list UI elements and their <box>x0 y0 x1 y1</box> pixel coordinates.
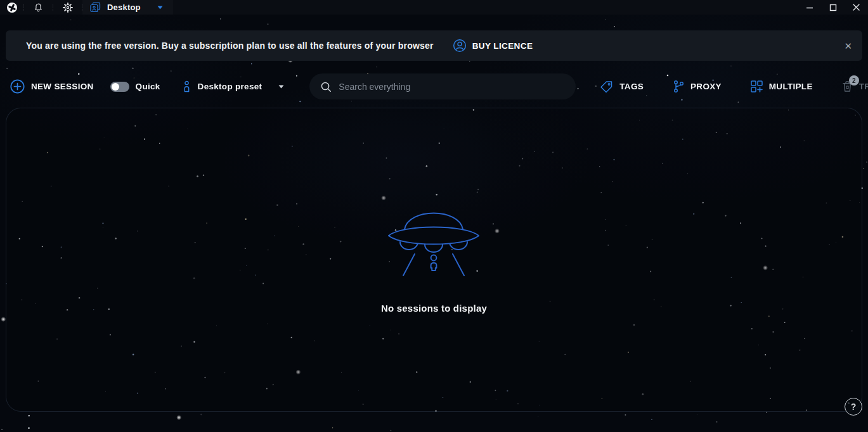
multiple-button[interactable]: MULTIPLE <box>751 80 813 92</box>
tab-label: Desktop <box>107 3 141 12</box>
app-logo <box>0 0 23 15</box>
ufo-illustration <box>386 197 481 276</box>
preset-selector[interactable]: Desktop preset <box>182 80 285 92</box>
toggle-switch[interactable] <box>110 82 129 92</box>
person-icon <box>182 80 191 92</box>
search-icon <box>320 81 332 92</box>
session-toolbar: NEW SESSION Quick Desktop preset <box>0 61 868 108</box>
buy-licence-label: BUY LICENCE <box>472 41 533 51</box>
trash-count-badge: 2 <box>849 75 859 86</box>
minimize-icon <box>806 4 813 11</box>
tags-button[interactable]: TAGS <box>600 80 644 93</box>
proxy-button[interactable]: PROXY <box>673 80 722 93</box>
tags-label: TAGS <box>619 82 644 91</box>
bell-icon <box>34 3 43 13</box>
proxy-label: PROXY <box>690 82 722 91</box>
chevron-down-icon <box>278 85 284 89</box>
sessions-panel: No sessions to display <box>6 108 862 412</box>
profiles-group-icon <box>90 2 101 13</box>
browser-logo-icon <box>7 3 17 13</box>
multiple-grid-icon <box>751 80 763 92</box>
close-icon <box>852 3 860 11</box>
help-button[interactable]: ? <box>845 398 862 416</box>
quick-label: Quick <box>136 82 160 91</box>
proxy-network-icon <box>673 80 684 93</box>
banner-message: You are using the free version. Buy a su… <box>26 41 434 51</box>
chevron-down-icon <box>157 6 163 10</box>
minimize-button[interactable] <box>798 0 821 15</box>
trash-label: TRASH <box>859 82 868 91</box>
toggle-knob <box>112 83 119 91</box>
new-session-button[interactable]: NEW SESSION <box>10 79 94 94</box>
banner-close-icon[interactable]: ✕ <box>844 41 852 51</box>
multiple-label: MULTIPLE <box>769 82 813 91</box>
plus-circle-icon <box>10 79 25 94</box>
help-icon: ? <box>851 402 857 412</box>
account-icon <box>453 39 467 53</box>
title-bar: Desktop <box>0 0 868 15</box>
trash-icon-wrap: 2 <box>842 80 853 92</box>
settings-button[interactable] <box>53 0 82 15</box>
quick-toggle[interactable]: Quick <box>110 82 160 92</box>
app-window: Desktop You are using the free version. … <box>0 0 868 432</box>
new-session-label: NEW SESSION <box>31 82 94 91</box>
maximize-button[interactable] <box>821 0 845 15</box>
trash-button[interactable]: 2 TRASH <box>842 80 868 92</box>
search-input[interactable] <box>339 82 566 92</box>
notifications-button[interactable] <box>24 0 53 15</box>
toolbar-right-group: TAGS PROXY MULTIPLE <box>600 80 868 93</box>
maximize-icon <box>829 4 837 11</box>
empty-state-message: No sessions to display <box>381 303 487 314</box>
preset-label: Desktop preset <box>198 82 262 91</box>
empty-state: No sessions to display <box>381 197 487 314</box>
desktop-group-tab[interactable]: Desktop <box>82 0 173 15</box>
free-version-banner: You are using the free version. Buy a su… <box>6 30 862 61</box>
close-window-button[interactable] <box>845 0 868 15</box>
tag-icon <box>600 80 613 93</box>
buy-licence-button[interactable]: BUY LICENCE <box>453 39 533 53</box>
gear-icon <box>63 3 73 13</box>
search-bar[interactable] <box>309 73 576 99</box>
